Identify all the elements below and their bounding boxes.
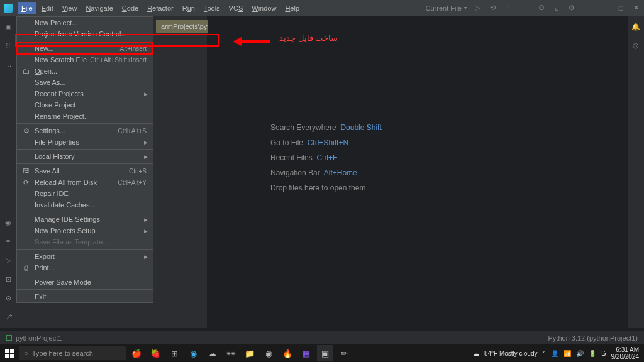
submenu-arrow-icon: ▸ [144,138,148,146]
menu-item-manage-ide-settings[interactable]: Manage IDE Settings▸ [17,214,153,225]
taskbar-chrome-icon[interactable]: ◉ [260,345,277,361]
taskbar-edge-icon[interactable]: ◉ [185,345,201,361]
menu-item-repair-ide[interactable]: Repair IDE [17,188,153,199]
more-icon[interactable]: ⋮ [503,4,512,13]
taskbar-search[interactable]: ○ Type here to search [19,346,126,360]
menu-refactor[interactable]: Refactor [143,2,177,14]
search-icon[interactable]: ⌕ [552,4,561,13]
taskbar-app-icon[interactable]: ▦ [298,345,314,361]
svg-marker-0 [233,37,270,46]
settings-gear-icon[interactable]: ⚙ [567,4,576,13]
menu-window[interactable]: Window [248,2,280,14]
menu-item-rename-project[interactable]: Rename Project... [17,111,153,122]
save-icon: 🖫 [22,167,30,175]
menu-item-exit[interactable]: Exit [17,291,153,302]
tray-battery-icon[interactable]: 🔋 [589,350,596,357]
menu-help[interactable]: Help [281,2,303,14]
debug-icon[interactable]: ⟲ [488,4,497,13]
weather-text[interactable]: 84°F Mostly cloudy [484,350,538,357]
taskbar-app-icon[interactable]: ⊞ [166,345,182,361]
ide-logo-icon [4,4,13,13]
start-button[interactable] [0,349,19,358]
tray-icon[interactable]: 👤 [551,350,558,357]
menu-item-print[interactable]: ⎙Print... [17,262,153,273]
menu-item-project-from-version-control[interactable]: Project from Version Control... [17,28,153,40]
problems-icon[interactable]: ⊙ [3,293,13,303]
submenu-arrow-icon: ▸ [144,253,148,261]
taskbar-firefox-icon[interactable]: 🔥 [279,345,296,361]
menu-item-save-all[interactable]: 🖫Save AllCtrl+S [17,165,153,177]
menu-item-close-project[interactable]: Close Project [17,99,153,111]
menu-item-settings[interactable]: ⚙Settings...Ctrl+Alt+S [17,125,153,136]
close-icon[interactable]: ✕ [631,4,640,13]
tray-chevron-icon[interactable]: ˄ [543,350,546,357]
weather-icon[interactable]: ☁ [473,350,479,357]
status-indicator-icon [6,335,12,341]
menu-navigate[interactable]: Navigate [82,2,116,14]
tray-sound-icon[interactable]: 🔊 [576,350,584,357]
run-config[interactable]: Current File ▾ [426,4,467,12]
print-icon: ⎙ [22,264,30,272]
menu-item-label: Rename Project... [35,112,147,120]
maximize-icon[interactable]: □ [616,4,625,13]
user-icon[interactable]: ⚇ [537,4,546,13]
services-icon[interactable]: ≡ [3,236,13,246]
welcome-label: Go to File [270,138,303,147]
menu-item-power-save-mode[interactable]: Power Save Mode [17,277,153,288]
menu-file[interactable]: File [18,2,36,14]
svg-rect-3 [5,354,9,358]
menu-item-local-history[interactable]: Local History▸ [17,151,153,162]
menu-item-label: New Scratch File [35,56,90,63]
run-tool-icon[interactable]: ▷ [3,255,13,265]
menu-item-shortcut: Ctrl+Alt+S [118,128,147,134]
menu-code[interactable]: Code [118,2,142,14]
terminal-icon[interactable]: ⊡ [3,274,13,284]
menu-item-save-as[interactable]: Save As... [17,77,153,88]
menu-edit[interactable]: Edit [38,2,57,14]
menu-item-label: Exit [35,293,147,300]
tray-lang[interactable]: فا [601,350,606,357]
welcome-shortcut: Ctrl+Shift+N [308,138,348,147]
menu-item-export[interactable]: Export▸ [17,251,153,262]
project-icon[interactable]: ▣ [3,21,13,31]
menu-item-open[interactable]: 🗀Open... [17,65,153,77]
python-console-icon[interactable]: ◉ [3,217,13,228]
menu-view[interactable]: View [58,2,81,14]
menu-item-file-properties[interactable]: File Properties▸ [17,136,153,148]
menu-item-label: Export [35,253,147,260]
submenu-arrow-icon: ▸ [144,153,148,161]
taskbar-clock[interactable]: 6:31 AM 9/20/2024 [611,346,640,360]
menu-item-new-projects-setup[interactable]: New Projects Setup▸ [17,225,153,236]
tray-wifi-icon[interactable]: 📶 [564,350,571,357]
editor-area: Search Everywhere Double Shift Go to Fil… [208,16,628,328]
vcs-icon[interactable]: ⎇ [3,312,13,322]
menu-item-reload-all-from-disk[interactable]: ⟳Reload All from DiskCtrl+Alt+Y [17,177,153,188]
taskbar-app-icon[interactable]: ✏ [336,345,352,361]
annotation-text: ساخت فایل جدید [279,33,338,43]
menu-item-new-scratch-file[interactable]: New Scratch FileCtrl+Alt+Shift+Insert [17,54,153,65]
menu-item-new[interactable]: New...Alt+Insert [17,43,153,54]
run-icon[interactable]: ▷ [473,4,482,13]
menu-item-label: New... [35,45,119,52]
status-interpreter[interactable]: Python 3.12 (pythonProject1) [548,334,638,342]
menu-item-recent-projects[interactable]: Recent Projects▸ [17,88,153,99]
menu-item-label: New Project... [35,19,147,26]
taskbar-app-icon[interactable]: 🍎 [128,345,145,361]
taskbar-pycharm-icon[interactable]: ▣ [317,345,333,361]
menu-item-new-project[interactable]: New Project... [17,17,153,28]
taskbar-explorer-icon[interactable]: 📁 [242,345,258,361]
submenu-arrow-icon: ▸ [144,227,148,235]
ai-icon[interactable]: ◎ [631,40,641,50]
structure-icon[interactable]: ⁝⁝ [3,40,13,50]
menu-item-invalidate-caches[interactable]: Invalidate Caches... [17,199,153,211]
taskbar-app-icon[interactable]: 🍓 [147,345,164,361]
menu-vcs[interactable]: VCS [225,2,247,14]
notifications-icon[interactable]: 🔔 [631,21,641,31]
menu-tools[interactable]: Tools [200,2,224,14]
taskbar-app-icon[interactable]: 👓 [223,345,239,361]
more-tools-icon[interactable]: … [3,59,13,69]
taskbar-app-icon[interactable]: ☁ [204,345,220,361]
minimize-icon[interactable]: ― [601,4,610,13]
menu-run[interactable]: Run [179,2,199,14]
menu-item-label: Save File as Template... [35,238,147,246]
